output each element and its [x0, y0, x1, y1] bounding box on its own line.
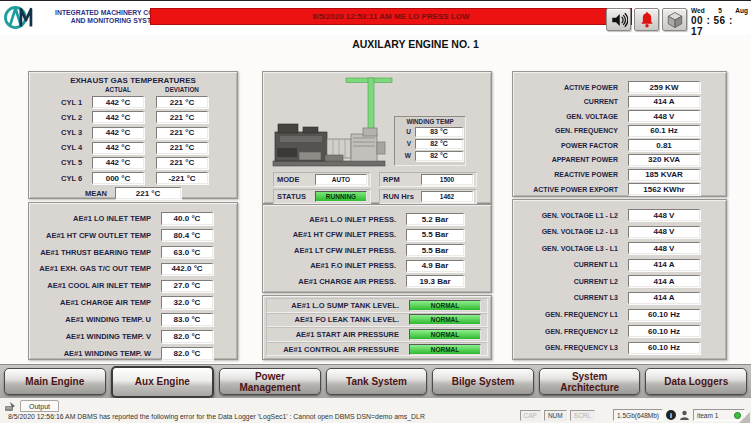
nav-button[interactable]: System Architecture: [539, 368, 641, 395]
header: INTEGRATED MACHINERY CONTROL AND MONITOR…: [0, 1, 751, 35]
phase-label: W: [405, 152, 411, 159]
nav-button[interactable]: Data Loggers: [645, 368, 747, 395]
row-value: 0.81: [628, 139, 700, 151]
row-value: 5.5 Bar: [406, 229, 464, 241]
output-tab[interactable]: Output: [20, 400, 59, 412]
temperature-row: AE#1 WINDING TEMP. U 83.0 °C: [35, 313, 213, 326]
nav-button[interactable]: Tank System: [326, 368, 428, 395]
phase-row: CURRENT L3 414 A: [517, 292, 700, 304]
exhaust-row: CYL 4 442 °C 221 °C: [29, 142, 237, 154]
page-navigation-bar: Main Engine Aux Engine Power Management …: [0, 364, 751, 398]
row-label: AE#1 WINDING TEMP. U: [65, 315, 151, 324]
resize-grip[interactable]: [739, 412, 750, 423]
phase-row: CURRENT L1 414 A: [517, 259, 700, 271]
row-label: AE#1 LT CFW INLET PRESS.: [294, 246, 396, 255]
row-value: 414 A: [628, 275, 700, 287]
alarm-bell-icon: [638, 11, 656, 29]
actual-value: 442 °C: [92, 157, 144, 169]
row-label: AE#1 WINDING TEMP. W: [64, 349, 151, 358]
row-value: 27.0 °C: [161, 280, 213, 293]
phase-row: GEN. FREQUENCY L2 60.10 Hz: [517, 325, 700, 337]
row-label: CURRENT L2: [574, 278, 618, 285]
actual-value: 442 °C: [92, 96, 144, 108]
pressure-row: AE#1 L.O INLET PRESS. 5.2 Bar: [267, 213, 464, 225]
pressure-row: AE#1 F.O INLET PRESS. 4.9 Bar: [267, 260, 464, 272]
nav-button[interactable]: Bilge System: [432, 368, 534, 395]
rpm-label: RPM: [383, 175, 421, 184]
row-label: AE#1 L.O SUMP TANK LEVEL.: [291, 301, 399, 310]
row-value: 414 A: [628, 96, 700, 108]
person-icon: [679, 410, 690, 421]
row-value: 82.0 °C: [161, 330, 213, 343]
row-value: 40.0 °C: [161, 212, 213, 225]
status-runhrs-row: STATUS RUNNING RUN Hrs 1462: [273, 189, 485, 204]
row-label: AE#1 L.O INLET PRESS.: [309, 215, 396, 224]
view-3d-button[interactable]: [662, 8, 687, 31]
deviation-value: 221 °C: [156, 96, 208, 108]
status-row: AE#1 CONTROL AIR PRESSURE NORMAL: [266, 342, 488, 357]
status-row: AE#1 START AIR PRESSURE NORMAL: [266, 327, 488, 342]
exhaust-rows: CYL 1 442 °C 221 °C CYL 2 442 °C 221 °C …: [29, 96, 237, 184]
row-label: ACTIVE POWER: [564, 84, 618, 91]
row-label: AE#1 FO LEAK TANK LEVEL.: [295, 315, 399, 324]
row-value: 442.0 °C: [161, 263, 213, 276]
row-value: 1562 KWhr: [628, 183, 700, 195]
actual-value: 442 °C: [92, 111, 144, 123]
row-value: 320 KVA: [628, 154, 700, 166]
generator-power-panel: ACTIVE POWER 259 KW CURRENT 414 A GEN. V…: [512, 71, 727, 197]
temperature-row: AE#1 WINDING TEMP. W 82.0 °C: [35, 347, 213, 360]
row-value: 448 V: [628, 226, 700, 238]
row-value: 448 V: [628, 209, 700, 221]
nav-button[interactable]: Aux Engine: [111, 366, 215, 398]
row-label: AE#1 F.O INLET PRESS.: [310, 261, 396, 270]
row-label: AE#1 CHARGE AIR TEMP: [60, 298, 151, 307]
pressure-row: AE#1 HT CFW INLET PRESS. 5.5 Bar: [267, 229, 464, 241]
row-value: 448 V: [628, 242, 700, 254]
row-label: AE#1 START AIR PRESSURE: [296, 330, 399, 339]
normal-status-badge: NORMAL: [409, 300, 481, 311]
row-label: GEN. VOLTAGE: [566, 113, 618, 120]
row-label: AE#1 HT CFW OUTLET TEMP: [46, 231, 151, 240]
nav-button[interactable]: Power Management: [219, 368, 321, 395]
caps-lock-indicator: CAP: [520, 410, 541, 421]
actual-value: 000 °C: [92, 172, 144, 184]
status-group: STATUS RUNNING: [273, 189, 371, 204]
actual-value: 442 °C: [92, 127, 144, 139]
pressure-row: AE#1 LT CFW INLET PRESS. 5.5 Bar: [267, 244, 464, 256]
cube-3d-icon: [666, 11, 684, 29]
row-label: AE#1 HT CFW INLET PRESS.: [293, 230, 396, 239]
generator-phase-panel: GEN. VOLTAGE L1 - L2 448 V GEN. VOLTAGE …: [512, 199, 727, 360]
mean-row: MEAN 221 °C: [29, 187, 237, 199]
engine-overview-panel: WINDING TEMP U 83 °C V 82 °C W 82 °C: [262, 71, 492, 204]
mute-alarm-button[interactable]: [606, 8, 631, 31]
row-value: 5.2 Bar: [406, 213, 464, 225]
pressure-row: AE#1 CHARGE AIR PRESS. 19.3 Bar: [267, 275, 464, 287]
row-label: CURRENT: [584, 98, 618, 105]
exhaust-row: CYL 5 442 °C 221 °C: [29, 157, 237, 169]
temperature-row: AE#1 WINDING TEMP. V 82.0 °C: [35, 330, 213, 343]
alarm-acknowledge-button[interactable]: [634, 8, 659, 31]
nav-button[interactable]: Main Engine: [4, 368, 106, 395]
status-row: AE#1 L.O SUMP TANK LEVEL. NORMAL: [266, 298, 488, 313]
normal-status-badge: NORMAL: [409, 344, 481, 355]
row-value: 63.0 °C: [161, 246, 213, 259]
row-label: CURRENT L3: [574, 294, 618, 301]
run-hrs-group: RUN Hrs 1462: [379, 189, 477, 204]
exhaust-row: CYL 6 000 °C -221 °C: [29, 172, 237, 184]
num-lock-indicator: NUM: [544, 410, 567, 421]
tank-air-status-panel: AE#1 L.O SUMP TANK LEVEL. NORMAL AE#1 FO…: [262, 295, 492, 360]
team-label: iteam 1: [697, 412, 718, 419]
cylinder-label: CYL 4: [61, 143, 86, 152]
winding-row: U 83 °C: [397, 127, 463, 138]
row-label: GEN. VOLTAGE L2 - L3: [542, 228, 618, 235]
info-icon: i: [666, 410, 676, 420]
row-label: AE#1 WINDING TEMP. V: [66, 332, 151, 341]
temperature-row: AE#1 COOL AIR INLET TEMP 27.0 °C: [35, 280, 213, 293]
engine-pressures-panel: AE#1 L.O INLET PRESS. 5.2 Bar AE#1 HT CF…: [262, 204, 492, 293]
phase-row: GEN. FREQUENCY L3 60.10 Hz: [517, 342, 700, 354]
mode-value: AUTO: [315, 174, 367, 185]
temperature-row: AE#1 HT CFW OUTLET TEMP 80.4 °C: [35, 229, 213, 242]
exhaust-gas-temperatures-panel: EXHAUST GAS TEMPERATURES ACTUAL DEVIATIO…: [28, 71, 238, 199]
power-row: GEN. VOLTAGE 448 V: [517, 110, 700, 122]
row-label: AE#1 CHARGE AIR PRESS.: [298, 277, 396, 286]
